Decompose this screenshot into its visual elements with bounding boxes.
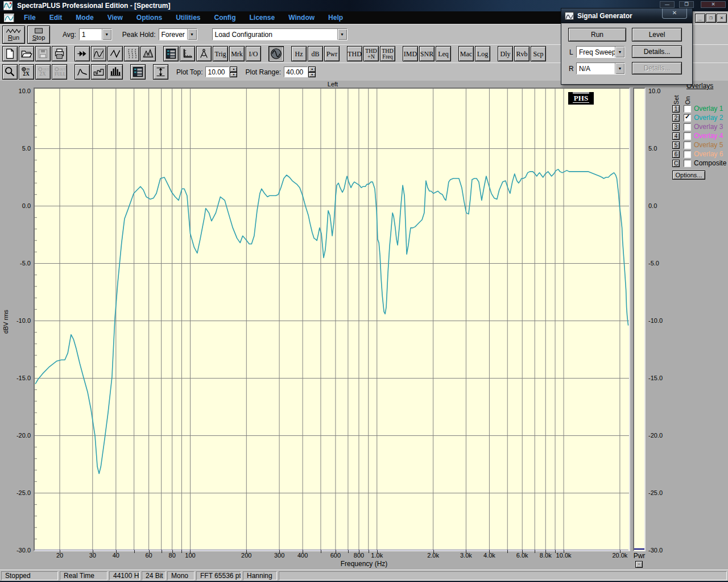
document-restore-button[interactable]: ❐ bbox=[706, 14, 716, 23]
spectrogram-view-button[interactable] bbox=[124, 46, 139, 61]
peak-hold-dropdown[interactable]: Forever ▼ bbox=[159, 28, 197, 40]
open-file-icon bbox=[20, 48, 32, 60]
avg-dropdown[interactable]: 1 ▼ bbox=[79, 28, 112, 40]
scope-button[interactable]: Scp bbox=[531, 46, 546, 61]
vertical-range-button[interactable] bbox=[153, 64, 168, 80]
zoom-button[interactable] bbox=[2, 64, 18, 80]
avg-dropdown-arrow-icon[interactable]: ▼ bbox=[102, 29, 111, 40]
time-series-view-button[interactable] bbox=[107, 46, 123, 61]
display-settings-2-button[interactable] bbox=[130, 64, 146, 80]
status-real-time: Real Time bbox=[60, 571, 107, 580]
trigger-button[interactable]: Trig bbox=[213, 46, 228, 61]
thd-freq-button[interactable]: THD Freq bbox=[380, 46, 395, 61]
menu-item-edit[interactable]: Edit bbox=[43, 12, 69, 23]
menu-item-utilities[interactable]: Utilities bbox=[169, 12, 207, 23]
imd-button[interactable]: IMD bbox=[403, 46, 418, 61]
bar-plot-button[interactable] bbox=[91, 64, 106, 80]
right-signal-dropdown-arrow-icon[interactable]: ▼ bbox=[615, 63, 624, 74]
overlay-3-on-checkbox[interactable] bbox=[684, 123, 691, 131]
macro-button[interactable]: Mac bbox=[458, 46, 474, 61]
spectrum-plot[interactable] bbox=[34, 88, 630, 551]
overlay-2-set-button[interactable]: 2 bbox=[672, 114, 680, 122]
logging-button[interactable]: Log bbox=[475, 46, 490, 61]
input-output-button[interactable]: I/O bbox=[246, 46, 261, 61]
left-details-button[interactable]: Details... bbox=[632, 45, 682, 58]
spectrum-view-button[interactable] bbox=[91, 46, 106, 61]
power-units-button[interactable]: Pwr bbox=[324, 46, 340, 61]
print-button[interactable] bbox=[52, 46, 67, 61]
overlay-2-on-checkbox[interactable]: ✓ bbox=[684, 114, 691, 122]
run-button[interactable]: Run bbox=[2, 26, 25, 44]
left-signal-type-dropdown[interactable]: Freq Sweep ▼ bbox=[576, 46, 625, 58]
window-maximize-button[interactable]: ❐ bbox=[679, 1, 694, 8]
menu-item-license[interactable]: License bbox=[243, 12, 282, 23]
overlay-1-label: Overlay 1 bbox=[694, 105, 723, 113]
surface-plot-view-button[interactable] bbox=[140, 46, 156, 61]
menu-item-mode[interactable]: Mode bbox=[69, 12, 100, 23]
overlay-4-set-button[interactable]: 4 bbox=[672, 132, 680, 140]
line-plot-button[interactable] bbox=[75, 64, 90, 80]
menu-item-window[interactable]: Window bbox=[282, 12, 321, 23]
load-configuration-dropdown[interactable]: Load Configuration ▼ bbox=[212, 28, 348, 40]
display-settings-button[interactable] bbox=[163, 46, 179, 61]
fast-forward-button[interactable] bbox=[75, 46, 90, 61]
snr-button[interactable]: SNR bbox=[419, 46, 435, 61]
overlay-5-set-button[interactable]: 5 bbox=[672, 142, 680, 149]
signal-generator-button[interactable] bbox=[268, 46, 284, 61]
markers-button[interactable]: Mrk bbox=[229, 46, 245, 61]
window-close-button[interactable]: ✕ bbox=[701, 1, 726, 8]
peak-hold-dropdown-arrow-icon[interactable]: ▼ bbox=[187, 29, 197, 40]
menu-item-options[interactable]: Options bbox=[130, 12, 169, 23]
y-tick-left--15.0: -15.0 bbox=[9, 375, 31, 381]
y-tick-right--25.0: -25.0 bbox=[648, 489, 673, 496]
menu-item-view[interactable]: View bbox=[101, 12, 130, 23]
reverb-button[interactable]: Rvb bbox=[514, 46, 530, 61]
overlay-options-button[interactable]: Options... bbox=[672, 171, 705, 180]
overlay-6-set-button[interactable]: 6 bbox=[672, 151, 680, 158]
menu-item-help[interactable]: Help bbox=[321, 12, 350, 23]
menu-item-file[interactable]: File bbox=[17, 12, 43, 23]
overlay-C-set-button[interactable]: C bbox=[672, 160, 680, 167]
plot-range-input[interactable] bbox=[284, 66, 308, 77]
thd-button[interactable]: THD bbox=[347, 46, 362, 61]
stop-button[interactable]: Stop bbox=[27, 26, 50, 44]
plot-top-input[interactable] bbox=[205, 66, 229, 77]
new-file-button[interactable] bbox=[2, 46, 18, 61]
power-meter-minimize-button[interactable]: - bbox=[635, 561, 643, 568]
document-close-button[interactable]: ✕ bbox=[717, 14, 727, 23]
generator-level-button[interactable]: Level bbox=[632, 28, 682, 41]
generator-run-button[interactable]: Run bbox=[568, 28, 626, 41]
delay-button[interactable]: Dly bbox=[498, 46, 513, 61]
leq-button[interactable]: Leq bbox=[436, 46, 451, 61]
document-system-menu-icon[interactable] bbox=[3, 13, 15, 23]
signal-generator-title: Signal Generator bbox=[577, 12, 632, 20]
zoom-in-2x-button[interactable]: IN2X bbox=[19, 64, 34, 80]
frequency-units-button[interactable]: Hz bbox=[291, 46, 307, 61]
left-signal-dropdown-arrow-icon[interactable]: ▼ bbox=[615, 47, 624, 57]
svg-text:OUT: OUT bbox=[60, 68, 66, 71]
overlay-1-set-button[interactable]: 1 bbox=[672, 105, 680, 113]
decibel-units-button[interactable]: dB bbox=[308, 46, 323, 61]
right-signal-type-dropdown[interactable]: N/A ▼ bbox=[576, 63, 625, 74]
overlay-1-on-checkbox[interactable] bbox=[684, 105, 691, 113]
plot-range-spinner[interactable]: ▲▼ bbox=[308, 66, 316, 77]
status-44100-hz: 44100 Hz bbox=[109, 571, 140, 580]
load-configuration-dropdown-arrow-icon[interactable]: ▼ bbox=[337, 29, 347, 40]
thd-plus-n-button[interactable]: THD +N bbox=[363, 46, 379, 61]
overlay-4-on-checkbox[interactable] bbox=[684, 132, 691, 140]
open-file-button[interactable] bbox=[19, 46, 34, 61]
overlay-C-on-checkbox[interactable] bbox=[684, 160, 691, 167]
overlay-6-on-checkbox[interactable] bbox=[684, 151, 691, 158]
overlay-5-on-checkbox[interactable] bbox=[684, 142, 691, 149]
window-minimize-button[interactable]: — bbox=[660, 1, 675, 8]
menu-item-config[interactable]: Config bbox=[208, 12, 243, 23]
histogram-plot-button[interactable] bbox=[107, 64, 123, 80]
plot-top-spinner[interactable]: ▲▼ bbox=[230, 66, 237, 77]
zoom-out-full-button: OUTFULL bbox=[52, 64, 67, 80]
signal-generator-close-button[interactable]: ✕ bbox=[662, 9, 687, 19]
document-minimize-button[interactable]: _ bbox=[695, 14, 705, 23]
scale-settings-button[interactable] bbox=[180, 46, 195, 61]
overlay-3-set-button[interactable]: 3 bbox=[672, 123, 680, 131]
x-tick-100: 100 bbox=[176, 552, 204, 559]
calibration-button[interactable] bbox=[196, 46, 212, 61]
